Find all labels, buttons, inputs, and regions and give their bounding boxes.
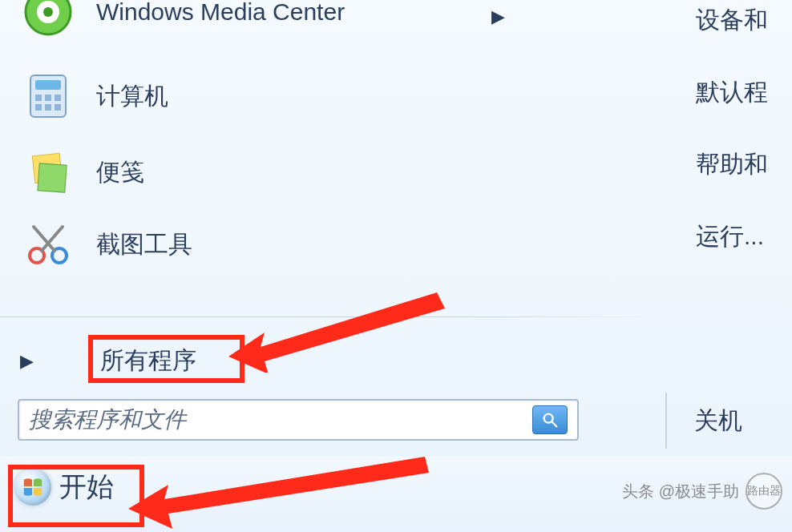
search-button[interactable]: [532, 405, 568, 434]
svg-rect-4: [35, 80, 61, 90]
program-item-wmc[interactable]: Windows Media Center: [16, 0, 345, 44]
search-input[interactable]: 搜索程序和文件: [18, 399, 579, 441]
svg-rect-5: [35, 95, 42, 101]
svg-rect-12: [38, 163, 67, 192]
svg-rect-6: [45, 95, 51, 101]
program-label: 计算机: [96, 80, 168, 113]
calculator-icon: [16, 64, 80, 128]
svg-line-18: [552, 422, 557, 427]
program-label: Windows Media Center: [96, 0, 345, 26]
scissors-icon: [16, 212, 80, 276]
svg-point-2: [43, 7, 53, 17]
watermark-text: 头条 @极速手助: [622, 481, 739, 502]
chevron-right-icon: ▶: [491, 6, 505, 27]
sidebar-link-devices[interactable]: 设备和: [696, 4, 792, 37]
program-item-computer[interactable]: 计算机: [16, 64, 168, 128]
search-icon: [541, 411, 559, 429]
watermark-badge: 路由器: [746, 473, 782, 510]
all-programs-label: 所有程序: [100, 345, 196, 377]
watermark: 头条 @极速手助 路由器: [622, 473, 782, 510]
chevron-right-icon: ▶: [16, 351, 84, 372]
shutdown-button[interactable]: 关机: [694, 405, 742, 437]
sidebar-link-run[interactable]: 运行...: [696, 220, 792, 253]
sidebar-link-defaults[interactable]: 默认程: [696, 76, 792, 109]
svg-rect-9: [45, 104, 51, 111]
sticky-notes-icon: [16, 140, 80, 204]
search-placeholder: 搜索程序和文件: [29, 405, 532, 435]
start-button[interactable]: 开始: [14, 469, 114, 506]
svg-rect-7: [55, 95, 61, 101]
svg-rect-8: [35, 104, 42, 111]
program-item-notes[interactable]: 便笺: [16, 140, 144, 204]
start-label: 开始: [59, 469, 114, 506]
separator: [0, 316, 665, 317]
sidebar-link-help[interactable]: 帮助和: [696, 148, 792, 181]
all-programs-item[interactable]: ▶ 所有程序: [16, 345, 196, 377]
media-center-icon: [16, 0, 80, 44]
programs-panel: Windows Media Center ▶ 计算机 便笺: [0, 0, 665, 449]
windows-logo-icon: [14, 469, 51, 506]
program-label: 截图工具: [96, 228, 192, 261]
program-label: 便笺: [96, 156, 144, 189]
svg-rect-10: [55, 104, 61, 111]
separator-vertical: [665, 393, 667, 449]
program-item-snip[interactable]: 截图工具: [16, 212, 192, 276]
